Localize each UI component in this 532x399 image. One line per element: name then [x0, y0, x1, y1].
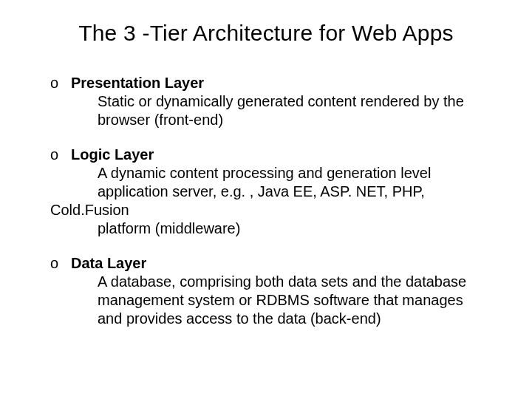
bullet-icon: o	[44, 74, 71, 92]
list-item-body: A dynamic content processing and generat…	[44, 164, 488, 201]
list-item: o Presentation Layer Static or dynamical…	[44, 74, 488, 129]
list-item-head: o Presentation Layer	[44, 74, 488, 92]
list-item-body: A database, comprising both data sets an…	[44, 273, 488, 328]
bullet-list: o Presentation Layer Static or dynamical…	[44, 74, 488, 328]
list-item-head: o Data Layer	[44, 254, 488, 273]
slide: The 3 -Tier Architecture for Web Apps o …	[0, 0, 532, 399]
list-item-body: Static or dynamically generated content …	[44, 92, 488, 129]
bullet-icon: o	[44, 146, 71, 164]
list-item-title: Presentation Layer	[71, 74, 204, 92]
list-item-title: Data Layer	[71, 254, 146, 273]
bullet-icon: o	[44, 254, 71, 273]
list-item: o Logic Layer A dynamic content processi…	[44, 146, 488, 238]
slide-title: The 3 -Tier Architecture for Web Apps	[44, 21, 488, 46]
list-item-head: o Logic Layer	[44, 146, 488, 164]
list-item-body: platform (middleware)	[44, 219, 488, 238]
list-item-title: Logic Layer	[71, 146, 154, 164]
list-item-body-outdent: Cold.Fusion	[44, 201, 488, 219]
list-item: o Data Layer A database, comprising both…	[44, 254, 488, 328]
